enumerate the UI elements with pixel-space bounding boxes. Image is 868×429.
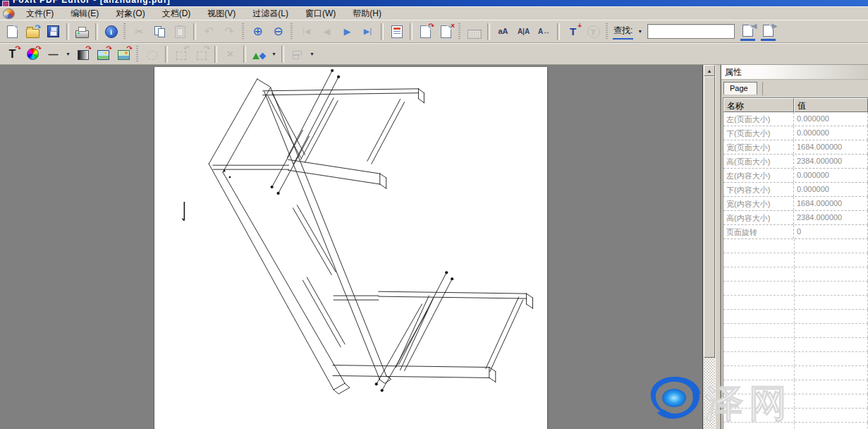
find-next-button[interactable]: ▶ (759, 23, 778, 41)
delete-object-button: × (221, 45, 240, 64)
font-pair-icon: A|A (518, 28, 530, 35)
menu-item-help[interactable]: 帮助(H) (347, 7, 387, 20)
next-page-icon: ▶ (344, 27, 351, 36)
scroll-up-button[interactable]: ▲ (704, 65, 715, 76)
insert-page-overlay-icon: ↷ (429, 23, 434, 30)
toolbar-grip[interactable] (123, 23, 126, 40)
font-spacing-button[interactable]: A↔ (534, 23, 554, 41)
page-properties-button[interactable] (387, 23, 406, 41)
font-kerning-button[interactable]: A|A (514, 23, 533, 41)
replace-image-button[interactable]: ↷ (114, 45, 133, 64)
toolbar-grip[interactable] (458, 23, 460, 40)
application-window: Foxit PDF Editor - [anzhuang.pdf] 文件(F)编… (0, 0, 868, 429)
insert-shape-button[interactable] (250, 45, 269, 64)
font-compare-icon: aA (498, 28, 508, 35)
scrollbar-thumb[interactable] (704, 76, 715, 358)
panel-splitter[interactable] (715, 65, 721, 429)
zoom-in-button[interactable]: ⊕ (248, 23, 267, 41)
next-page-button[interactable]: ▶ (338, 23, 357, 41)
find-previous-button[interactable]: ◀ (738, 23, 757, 41)
toolbar-grip[interactable] (242, 23, 244, 40)
add-text-button[interactable]: T+ (563, 23, 582, 41)
property-row[interactable]: 高(页面大小)2384.000000 (723, 155, 868, 169)
line-style-button[interactable]: — (44, 45, 63, 64)
vertical-scrollbar[interactable]: ▲ (702, 65, 715, 429)
property-row[interactable]: 高(内容大小)2384.000000 (723, 211, 868, 225)
menu-item-edit[interactable]: 编辑(E) (65, 7, 104, 20)
property-row[interactable]: 宽(内容大小)1684.000000 (723, 197, 868, 211)
column-header-value[interactable]: 值 (794, 98, 868, 112)
new-document-icon (7, 25, 18, 38)
save-button[interactable] (44, 23, 63, 41)
panel-tab-row: Page (721, 80, 868, 97)
property-value[interactable]: 2384.000000 (794, 155, 868, 168)
zoom-out-button[interactable]: ⊖ (269, 23, 288, 41)
window-title: Foxit PDF Editor - [anzhuang.pdf] (13, 0, 171, 5)
menu-item-window[interactable]: 窗口(W) (300, 7, 341, 20)
menu-item-filter[interactable]: 过滤器(L) (247, 7, 294, 20)
property-value[interactable]: 0.000000 (794, 126, 868, 140)
document-info-button[interactable]: i (102, 23, 121, 41)
add-text-icon: T (570, 26, 576, 37)
properties-table: 名称 值 左(页面大小)0.000000下(页面大小)0.000000宽(页面大… (723, 97, 868, 429)
new-document-button[interactable] (3, 23, 22, 41)
title-bar[interactable]: Foxit PDF Editor - [anzhuang.pdf] (0, 0, 868, 6)
toolbar-grip[interactable] (606, 23, 608, 40)
property-row[interactable]: 下(内容大小)0.000000 (723, 183, 868, 197)
property-value[interactable]: 2384.000000 (794, 211, 868, 224)
font-style-button[interactable]: aA (494, 23, 513, 41)
page-canvas[interactable] (154, 67, 548, 429)
last-page-button[interactable]: ▶| (358, 23, 377, 41)
property-value[interactable]: 1684.000000 (794, 140, 868, 154)
edit-text-button[interactable]: T↷ (3, 45, 22, 64)
align-dropdown[interactable]: ▾ (307, 48, 317, 61)
toolbar-grip[interactable] (136, 46, 138, 63)
property-value[interactable]: 0.000000 (794, 183, 868, 196)
first-page-button: |◀ (297, 23, 316, 41)
toolbar-separator (281, 46, 284, 63)
property-value[interactable]: 0.000000 (794, 169, 868, 182)
print-button[interactable] (73, 23, 92, 41)
find-next-overlay-icon: ▶ (772, 23, 778, 30)
copy-button[interactable] (150, 23, 169, 41)
menu-item-document[interactable]: 文档(D) (157, 7, 197, 20)
insert-shape-dropdown[interactable]: ▾ (269, 48, 279, 61)
lasso-icon (147, 51, 158, 60)
property-row[interactable]: 左(内容大小)0.000000 (723, 169, 868, 183)
property-name: 宽(页面大小) (723, 140, 794, 154)
toolbar-grip[interactable] (291, 23, 293, 40)
fill-style-button[interactable]: ↷ (73, 45, 92, 64)
property-value[interactable]: 1684.000000 (794, 197, 868, 210)
delete-page-overlay-icon: × (451, 23, 455, 30)
property-value[interactable]: 0.000000 (794, 112, 868, 126)
window-icon (2, 1, 9, 6)
menu-item-file[interactable]: 文件(F) (20, 7, 59, 20)
menu-item-view[interactable]: 视图(V) (202, 7, 241, 20)
empty-property-row (723, 394, 868, 409)
app-menu-icon[interactable] (3, 8, 15, 19)
delete-page-button[interactable]: × (436, 23, 456, 41)
delete-cross-icon: × (227, 48, 234, 60)
scrollbar-track[interactable] (704, 358, 715, 429)
edit-image-button[interactable]: ↷ (94, 45, 113, 64)
property-row[interactable]: 宽(页面大小)1684.000000 (723, 140, 868, 155)
toolbar-separator (243, 46, 246, 63)
property-row[interactable]: 页面旋转0 (723, 225, 868, 239)
find-options-dropdown[interactable]: ▾ (635, 25, 644, 38)
toolbar-separator (193, 23, 196, 40)
property-row[interactable]: 左(页面大小)0.000000 (723, 112, 868, 126)
property-value[interactable]: 0 (794, 225, 868, 238)
edit-color-button[interactable]: ↷ (23, 45, 42, 64)
column-header-name[interactable]: 名称 (723, 98, 794, 112)
menu-item-object[interactable]: 对象(O) (110, 7, 150, 20)
tab-page[interactable]: Page (723, 82, 757, 95)
zoom-in-icon: ⊕ (252, 25, 262, 37)
align-bars-icon (293, 51, 302, 59)
line-style-dropdown[interactable]: ▾ (63, 48, 73, 61)
property-name: 下(页面大小) (723, 126, 794, 140)
insert-page-button[interactable]: ↷ (416, 23, 435, 41)
find-input[interactable] (647, 24, 735, 39)
property-row[interactable]: 下(页面大小)0.000000 (723, 126, 868, 140)
empty-property-row (723, 423, 868, 429)
open-file-button[interactable] (23, 23, 42, 41)
